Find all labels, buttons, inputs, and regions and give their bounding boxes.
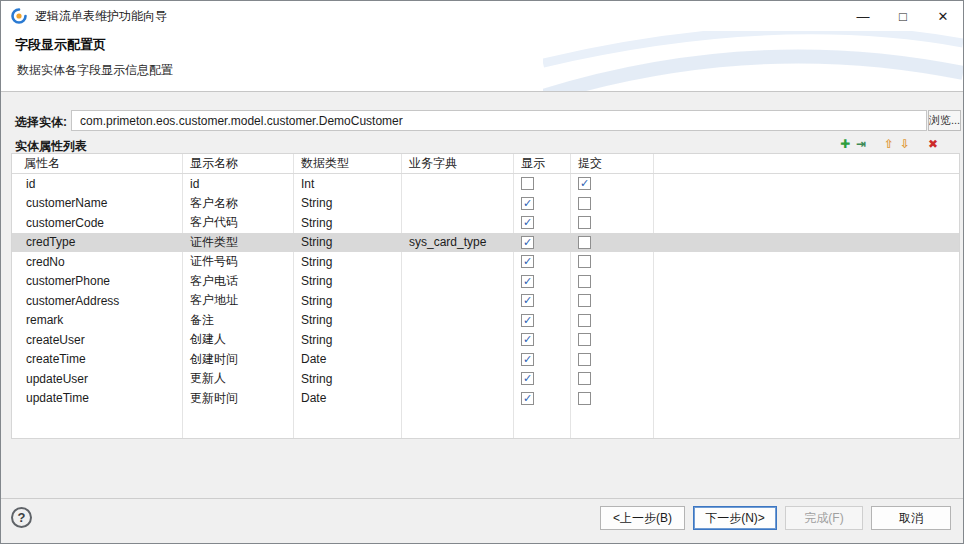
help-button[interactable]: ? bbox=[11, 507, 32, 528]
submit-checkbox[interactable] bbox=[578, 392, 591, 405]
submit-checkbox[interactable] bbox=[578, 197, 591, 210]
cell-property-name: updateTime bbox=[12, 389, 182, 409]
table-row[interactable]: createUser创建人String✓ bbox=[12, 330, 959, 350]
next-button[interactable]: 下一步(N)> bbox=[693, 506, 777, 530]
property-list-toolbar: ✚⇥⇧⇩✖ bbox=[837, 136, 941, 152]
table-row[interactable]: customerName客户名称String✓ bbox=[12, 194, 959, 214]
cell-empty bbox=[653, 272, 959, 292]
cell-display-name: 创建时间 bbox=[182, 350, 293, 370]
window-title: 逻辑流单表维护功能向导 bbox=[35, 8, 167, 25]
cell-display-name: 客户名称 bbox=[182, 194, 293, 214]
app-logo-icon bbox=[11, 8, 27, 24]
submit-checkbox[interactable] bbox=[578, 353, 591, 366]
show-checkbox[interactable]: ✓ bbox=[521, 216, 534, 229]
show-checkbox[interactable]: ✓ bbox=[521, 314, 534, 327]
cell-data-type: Date bbox=[293, 389, 401, 409]
cell-display-name: 更新人 bbox=[182, 369, 293, 389]
cancel-button[interactable]: 取消 bbox=[871, 506, 951, 530]
submit-checkbox[interactable] bbox=[578, 275, 591, 288]
show-checkbox[interactable] bbox=[521, 177, 534, 190]
cell-submit bbox=[570, 252, 653, 272]
column-header-submit[interactable]: 提交 bbox=[570, 154, 653, 173]
show-checkbox[interactable]: ✓ bbox=[521, 255, 534, 268]
cell-submit bbox=[570, 369, 653, 389]
column-header-property-name[interactable]: 属性名 bbox=[12, 154, 182, 173]
table-row[interactable]: credNo证件号码String✓ bbox=[12, 252, 959, 272]
finish-button[interactable]: 完成(F) bbox=[785, 506, 863, 530]
table-row[interactable]: customerPhone客户电话String✓ bbox=[12, 272, 959, 292]
submit-checkbox[interactable] bbox=[578, 216, 591, 229]
footer-buttons: <上一步(B) 下一步(N)> 完成(F) 取消 bbox=[600, 506, 951, 530]
delete-row-icon[interactable]: ✖ bbox=[925, 136, 941, 152]
show-checkbox[interactable]: ✓ bbox=[521, 294, 534, 307]
browse-button[interactable]: 浏览... bbox=[928, 110, 961, 131]
table-row[interactable]: customerAddress客户地址String✓ bbox=[12, 291, 959, 311]
show-checkbox[interactable]: ✓ bbox=[521, 372, 534, 385]
cell-show: ✓ bbox=[513, 194, 570, 214]
cell-show: ✓ bbox=[513, 213, 570, 233]
show-checkbox[interactable]: ✓ bbox=[521, 275, 534, 288]
cell-display-name: 更新时间 bbox=[182, 389, 293, 409]
cell-data-type: String bbox=[293, 194, 401, 214]
show-checkbox[interactable]: ✓ bbox=[521, 333, 534, 346]
table-row[interactable]: customerCode客户代码String✓ bbox=[12, 213, 959, 233]
column-header-empty bbox=[653, 154, 959, 173]
add-row-icon[interactable]: ✚ bbox=[837, 136, 853, 152]
show-checkbox[interactable]: ✓ bbox=[521, 197, 534, 210]
cell-empty bbox=[653, 330, 959, 350]
close-button[interactable]: ✕ bbox=[923, 1, 963, 31]
cell-business-dict bbox=[401, 389, 513, 409]
table-row[interactable]: updateUser更新人String✓ bbox=[12, 369, 959, 389]
cell-data-type: String bbox=[293, 213, 401, 233]
table-row[interactable]: updateTime更新时间Date✓ bbox=[12, 389, 959, 409]
submit-checkbox[interactable] bbox=[578, 255, 591, 268]
cell-show: ✓ bbox=[513, 252, 570, 272]
cell-business-dict bbox=[401, 272, 513, 292]
table-row[interactable]: createTime创建时间Date✓ bbox=[12, 350, 959, 370]
submit-checkbox[interactable] bbox=[578, 372, 591, 385]
submit-checkbox[interactable] bbox=[578, 314, 591, 327]
cell-data-type: String bbox=[293, 369, 401, 389]
move-up-icon[interactable]: ⇧ bbox=[881, 136, 897, 152]
cell-business-dict bbox=[401, 369, 513, 389]
banner-swoosh-decoration bbox=[543, 31, 963, 91]
cell-show: ✓ bbox=[513, 330, 570, 350]
entity-input[interactable] bbox=[71, 110, 927, 131]
submit-checkbox[interactable]: ✓ bbox=[578, 177, 591, 190]
show-checkbox[interactable]: ✓ bbox=[521, 392, 534, 405]
cell-property-name: customerCode bbox=[12, 213, 182, 233]
insert-row-icon[interactable]: ⇥ bbox=[853, 136, 869, 152]
cell-business-dict bbox=[401, 174, 513, 194]
column-header-display-name[interactable]: 显示名称 bbox=[182, 154, 293, 173]
cell-show: ✓ bbox=[513, 272, 570, 292]
cell-display-name: 证件号码 bbox=[182, 252, 293, 272]
table-row[interactable]: ididInt✓ bbox=[12, 174, 959, 194]
cell-show: ✓ bbox=[513, 350, 570, 370]
cell-business-dict: sys_card_type bbox=[401, 233, 513, 253]
cell-show: ✓ bbox=[513, 233, 570, 253]
maximize-button[interactable]: □ bbox=[883, 1, 923, 31]
property-table: 属性名 显示名称 数据类型 业务字典 显示 提交 ididInt✓custome… bbox=[11, 153, 960, 439]
submit-checkbox[interactable] bbox=[578, 333, 591, 346]
entity-label: 选择实体: bbox=[15, 114, 67, 131]
submit-checkbox[interactable] bbox=[578, 294, 591, 307]
show-checkbox[interactable]: ✓ bbox=[521, 236, 534, 249]
show-checkbox[interactable]: ✓ bbox=[521, 353, 534, 366]
submit-checkbox[interactable] bbox=[578, 236, 591, 249]
back-button[interactable]: <上一步(B) bbox=[600, 506, 685, 530]
table-row[interactable]: credType证件类型Stringsys_card_type✓ bbox=[12, 233, 959, 253]
cell-property-name: credType bbox=[12, 233, 182, 253]
minimize-button[interactable]: — bbox=[843, 1, 883, 31]
cell-data-type: String bbox=[293, 330, 401, 350]
window-controls: — □ ✕ bbox=[843, 1, 963, 31]
table-body: ididInt✓customerName客户名称String✓customerC… bbox=[12, 174, 959, 408]
table-row[interactable]: remark备注String✓ bbox=[12, 311, 959, 331]
move-down-icon[interactable]: ⇩ bbox=[897, 136, 913, 152]
title-bar[interactable]: 逻辑流单表维护功能向导 — □ ✕ bbox=[1, 1, 963, 31]
page-subtitle: 数据实体各字段显示信息配置 bbox=[17, 62, 173, 79]
column-header-show[interactable]: 显示 bbox=[513, 154, 570, 173]
column-header-business-dict[interactable]: 业务字典 bbox=[401, 154, 513, 173]
cell-show: ✓ bbox=[513, 389, 570, 409]
cell-empty bbox=[653, 252, 959, 272]
column-header-data-type[interactable]: 数据类型 bbox=[293, 154, 401, 173]
